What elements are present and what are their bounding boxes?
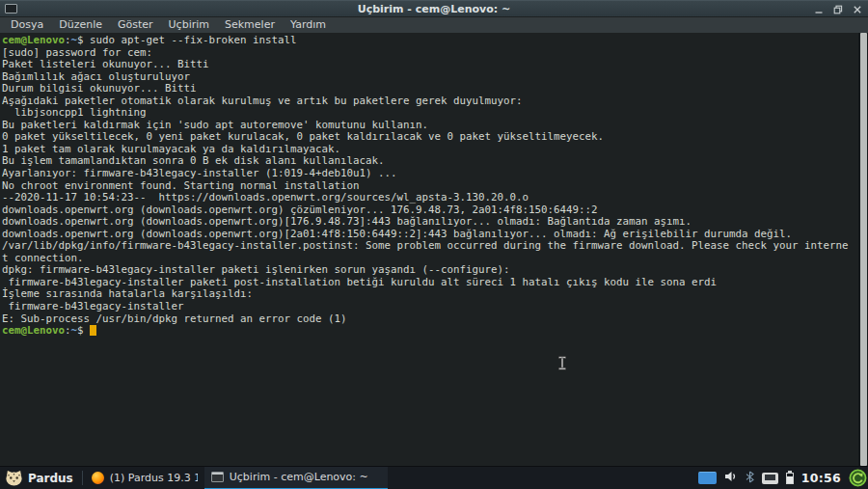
maximize-button[interactable] xyxy=(832,4,843,14)
taskbar-task-firefox[interactable]: (1) Pardus 19.3 19.4 Sür... xyxy=(85,467,204,489)
menu-item-sekmeler[interactable]: Sekmeler xyxy=(217,17,283,33)
terminal-window-icon xyxy=(5,4,17,14)
terminal-output: cem@Lenovo:~$ sudo apt-get --fix-broken … xyxy=(2,35,857,466)
window-controls xyxy=(813,1,862,17)
network-icon[interactable] xyxy=(762,473,778,484)
pardus-logo-icon xyxy=(5,470,23,486)
display-icon[interactable] xyxy=(698,472,717,484)
battery-icon[interactable] xyxy=(786,473,794,484)
window-titlebar[interactable]: Uçbirim - cem@Lenovo: ~ xyxy=(0,0,868,16)
menu-item-dosya[interactable]: Dosya xyxy=(3,17,51,33)
bluetooth-icon[interactable] xyxy=(746,471,754,486)
firefox-icon xyxy=(92,472,104,484)
taskbar-separator xyxy=(82,471,83,485)
menu-bar: DosyaDüzenleGösterUçbirimSekmelerYardım xyxy=(0,17,868,33)
desktop-screen: Uçbirim - cem@Lenovo: ~ DosyaDüzenleGöst… xyxy=(0,0,868,489)
menu-item-düzenle[interactable]: Düzenle xyxy=(51,17,110,33)
minimize-button[interactable] xyxy=(813,4,824,14)
menu-item-uçbirim[interactable]: Uçbirim xyxy=(161,17,217,33)
terminal-line: --2020-11-17 10:54:23-- https://download… xyxy=(2,192,857,204)
start-menu-label: Pardus xyxy=(28,472,73,485)
terminal-line: libjsoncpp1 lightning xyxy=(2,107,857,120)
terminal-icon xyxy=(211,472,224,482)
terminal-scrollbar[interactable] xyxy=(858,33,868,466)
scrollbar-thumb[interactable] xyxy=(860,33,867,466)
taskbar: Pardus (1) Pardus 19.3 19.4 Sür... Uçbir… xyxy=(0,466,868,489)
terminal-line: cem@Lenovo:~$ sudo apt-get --fix-broken … xyxy=(2,35,857,47)
updates-icon[interactable] xyxy=(849,469,867,487)
start-menu-button[interactable]: Pardus xyxy=(0,467,80,489)
volume-icon[interactable] xyxy=(724,471,738,485)
terminal-line: Ayarlanıyor: firmware-b43legacy-installe… xyxy=(2,168,857,180)
taskbar-clock[interactable]: 10:56 xyxy=(801,471,841,485)
mouse-ibeam-cursor xyxy=(557,356,568,374)
terminal-line: firmware-b43legacy-installer xyxy=(2,301,857,313)
terminal-line: cem@Lenovo:~$ xyxy=(2,325,857,338)
terminal-line: E: Sub-process /usr/bin/dpkg returned an… xyxy=(2,313,857,326)
terminal-view[interactable]: cem@Lenovo:~$ sudo apt-get --fix-broken … xyxy=(0,33,868,466)
system-tray: 10:56 xyxy=(698,469,868,487)
terminal-line: downloads.openwrt.org (downloads.openwrt… xyxy=(2,216,857,229)
menu-item-göster[interactable]: Göster xyxy=(110,17,161,33)
terminal-line: Durum bilgisi okunuyor... Bitti xyxy=(2,83,857,95)
window-title: Uçbirim - cem@Lenovo: ~ xyxy=(0,3,868,15)
task-label: (1) Pardus 19.3 19.4 Sür... xyxy=(110,472,198,484)
terminal-cursor xyxy=(90,325,96,336)
taskbar-task-terminal[interactable]: Uçbirim - cem@Lenovo: ~ xyxy=(204,467,388,489)
close-button[interactable] xyxy=(852,4,862,14)
task-label: Uçbirim - cem@Lenovo: ~ xyxy=(230,471,368,483)
terminal-line: Paket listeleri okunuyor... Bitti xyxy=(2,59,857,71)
menu-item-yardım[interactable]: Yardım xyxy=(283,17,334,33)
terminal-line: /var/lib/dpkg/info/firmware-b43legacy-in… xyxy=(2,240,857,253)
